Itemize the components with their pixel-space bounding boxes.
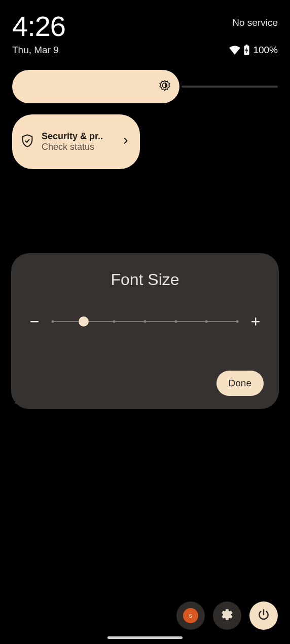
slider-tick <box>113 320 116 323</box>
qs-tile-subtitle: Check status <box>42 142 114 152</box>
power-button[interactable] <box>249 601 278 630</box>
brightness-icon <box>158 79 171 94</box>
slider-tick <box>52 320 54 323</box>
done-button[interactable]: Done <box>216 371 264 396</box>
dialog-title: Font Size <box>26 270 264 289</box>
svg-rect-5 <box>255 317 256 326</box>
status-area: 4:26 No service Thu, Mar 9 100% <box>0 0 290 56</box>
svg-rect-1 <box>246 45 248 46</box>
slider-thumb[interactable] <box>79 316 89 327</box>
slider-tick <box>236 320 239 323</box>
brightness-track[interactable] <box>182 86 278 88</box>
navigation-handle[interactable] <box>107 636 183 639</box>
brightness-fill[interactable] <box>12 70 179 103</box>
network-status: No service <box>232 17 278 28</box>
user-avatar: s <box>183 608 198 623</box>
increase-button[interactable] <box>247 313 264 330</box>
footer-controls: s <box>176 601 278 630</box>
svg-rect-3 <box>30 321 39 322</box>
clock-time: 4:26 <box>12 12 65 41</box>
plus-icon <box>249 315 262 328</box>
slider-tick <box>205 320 208 323</box>
qs-tile-title: Security & pr.. <box>42 131 114 142</box>
wifi-icon <box>229 46 240 55</box>
minus-icon <box>28 315 41 328</box>
font-size-slider-row <box>26 313 264 330</box>
font-size-dialog: Font Size Done <box>11 253 279 409</box>
avatar-letter: s <box>189 612 192 619</box>
shield-check-icon <box>20 134 34 150</box>
user-switcher-button[interactable]: s <box>176 601 205 630</box>
battery-percent: 100% <box>253 45 278 56</box>
battery-status: 100% <box>229 45 278 56</box>
power-icon <box>257 608 270 623</box>
qs-tile-security[interactable]: Security & pr.. Check status <box>12 114 140 169</box>
slider-tick <box>174 320 177 323</box>
decrease-button[interactable] <box>26 313 43 330</box>
gear-icon <box>221 608 234 623</box>
settings-button[interactable] <box>213 601 241 630</box>
status-date: Thu, Mar 9 <box>12 45 59 56</box>
font-size-slider[interactable] <box>53 315 237 328</box>
slider-tick <box>144 320 147 323</box>
chevron-right-icon <box>121 136 131 148</box>
brightness-slider[interactable] <box>12 70 278 103</box>
battery-charging-icon <box>243 45 250 56</box>
